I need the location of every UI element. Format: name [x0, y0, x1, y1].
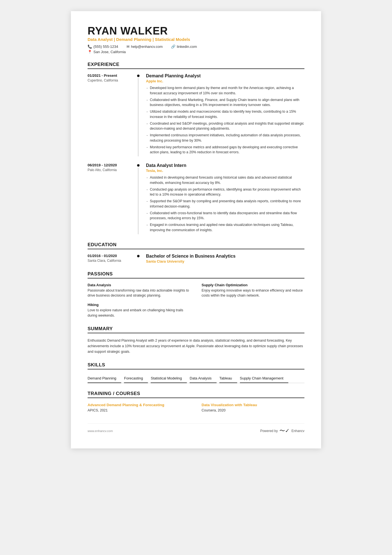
- contact-info: 📞 (555) 555-1234 ✉ help@enhancv.com 🔗 li…: [88, 45, 304, 49]
- edu-dot: [137, 255, 140, 257]
- header: RYAN WALKER Data Analyst | Demand Planni…: [88, 25, 304, 54]
- exp-dot-col-2: [135, 163, 142, 234]
- email-address: help@enhancv.com: [131, 45, 163, 49]
- candidate-title: Data Analyst | Demand Planning | Statist…: [88, 37, 304, 42]
- edu-school: Santa Clara University: [146, 259, 304, 263]
- passions-grid: Data Analysis Passionate about transform…: [88, 283, 304, 318]
- experience-heading: EXPERIENCE: [88, 62, 304, 69]
- education-item-1: 01/2016 - 01/2020 Santa Clara, Californi…: [88, 254, 304, 263]
- edu-date-col: 01/2016 - 01/2020 Santa Clara, Californi…: [88, 254, 135, 263]
- exp-line-1: [138, 78, 138, 156]
- page-footer: www.enhancv.com Powered by 〜✓ Enhancv: [88, 423, 304, 435]
- exp-dates-1: 01/2021 - Present: [88, 73, 132, 78]
- training-title-1: Data Visualization with Tableau: [202, 403, 304, 408]
- exp-date-col-2: 06/2019 - 12/2020 Palo Alto, California: [88, 163, 135, 234]
- education-heading: EDUCATION: [88, 242, 304, 249]
- education-section: EDUCATION 01/2016 - 01/2020 Santa Clara,…: [88, 242, 304, 263]
- passion-title-0: Data Analysis: [88, 283, 190, 287]
- exp-date-col-1: 01/2021 - Present Cupertino, California: [88, 73, 135, 156]
- experience-item-2: 06/2019 - 12/2020 Palo Alto, California …: [88, 163, 304, 234]
- exp-title-2: Data Analyst Intern: [146, 163, 304, 168]
- location-icon: 📍: [88, 50, 92, 54]
- summary-text: Enthusiastic Demand Planning Analyst wit…: [88, 338, 304, 354]
- exp-company-1: Apple Inc.: [146, 79, 304, 83]
- training-heading: TRAINING / COURSES: [88, 391, 304, 398]
- skill-3: Data Analysis: [190, 374, 217, 383]
- passions-section: PASSIONS Data Analysis Passionate about …: [88, 271, 304, 318]
- brand-name: Enhancv: [291, 429, 304, 433]
- exp-bullets-2: Assisted in developing demand forecasts …: [146, 175, 304, 233]
- email-contact: ✉ help@enhancv.com: [126, 45, 163, 49]
- training-sub-1: Coursera, 2020: [202, 408, 304, 412]
- skill-5: Supply Chain Management: [240, 374, 289, 383]
- edu-degree: Bachelor of Science in Business Analytic…: [146, 254, 304, 259]
- bullet-1-1: Collaborated with Brand Marketing, Finan…: [146, 97, 304, 108]
- phone-number: (555) 555-1234: [93, 45, 118, 49]
- bullet-2-2: Supported the S&OP team by compiling and…: [146, 199, 304, 209]
- bullet-1-0: Developed long-term demand plans by them…: [146, 85, 304, 96]
- skills-list: Demand Planning Forecasting Statistical …: [88, 374, 304, 383]
- email-icon: ✉: [126, 45, 130, 49]
- resume-container: RYAN WALKER Data Analyst | Demand Planni…: [71, 11, 321, 448]
- bullet-1-2: Utilized statistical models and macroeco…: [146, 109, 304, 120]
- training-section: TRAINING / COURSES Advanced Demand Plann…: [88, 391, 304, 413]
- passions-heading: PASSIONS: [88, 271, 304, 278]
- exp-content-2: Data Analyst Intern Tesla, Inc. Assisted…: [142, 163, 304, 234]
- exp-bullets-1: Developed long-term demand plans by them…: [146, 85, 304, 155]
- passion-item-0: Data Analysis Passionate about transform…: [88, 283, 190, 299]
- edu-location: Santa Clara, California: [88, 259, 132, 263]
- training-item-1: Data Visualization with Tableau Coursera…: [202, 403, 304, 413]
- phone-icon: 📞: [88, 45, 92, 49]
- exp-dot-col-1: [135, 73, 142, 156]
- enhancv-logo-icon: 〜✓: [279, 427, 290, 435]
- bullet-1-4: Implemented continuous improvement initi…: [146, 133, 304, 143]
- experience-section: EXPERIENCE 01/2021 - Present Cupertino, …: [88, 62, 304, 234]
- edu-content: Bachelor of Science in Business Analytic…: [142, 254, 304, 263]
- exp-content-1: Demand Planning Analyst Apple Inc. Devel…: [142, 73, 304, 156]
- exp-company-2: Tesla, Inc.: [146, 169, 304, 173]
- summary-heading: SUMMARY: [88, 326, 304, 333]
- passion-desc-0: Passionate about transforming raw data i…: [88, 288, 190, 299]
- skills-heading: SKILLS: [88, 362, 304, 369]
- skills-section: SKILLS Demand Planning Forecasting Stati…: [88, 362, 304, 383]
- linkedin-url: linkedin.com: [177, 45, 197, 49]
- powered-by-label: Powered by: [260, 429, 278, 433]
- exp-dot-1: [137, 75, 140, 77]
- training-item-0: Advanced Demand Planning & Forecasting A…: [88, 403, 190, 413]
- bullet-2-0: Assisted in developing demand forecasts …: [146, 175, 304, 186]
- experience-item-1: 01/2021 - Present Cupertino, California …: [88, 73, 304, 156]
- exp-location-2: Palo Alto, California: [88, 168, 132, 172]
- location-text: San Jose, California: [93, 50, 126, 54]
- exp-location-1: Cupertino, California: [88, 78, 132, 82]
- bullet-2-4: Engaged in continuous learning and appli…: [146, 222, 304, 233]
- exp-line-2: [138, 168, 138, 234]
- training-sub-0: APICS, 2021: [88, 408, 190, 412]
- bullet-1-5: Monitored key performance metrics and ad…: [146, 145, 304, 155]
- bullet-2-1: Conducted gap analysis on performance me…: [146, 187, 304, 198]
- edu-dates: 01/2016 - 01/2020: [88, 254, 132, 258]
- phone-contact: 📞 (555) 555-1234: [88, 45, 118, 49]
- skill-4: Tableau: [219, 374, 237, 383]
- candidate-name: RYAN WALKER: [88, 25, 304, 37]
- passion-item-1: Supply Chain Optimization Enjoy explorin…: [202, 283, 304, 299]
- skill-1: Forecasting: [124, 374, 148, 383]
- exp-dates-2: 06/2019 - 12/2020: [88, 163, 132, 167]
- footer-brand: Powered by 〜✓ Enhancv: [260, 427, 304, 435]
- passion-desc-1: Enjoy exploring innovative ways to enhan…: [202, 288, 304, 299]
- bullet-2-3: Collaborated with cross-functional teams…: [146, 211, 304, 221]
- skill-2: Statistical Modeling: [151, 374, 187, 383]
- linkedin-contact: 🔗 linkedin.com: [171, 45, 197, 49]
- exp-title-1: Demand Planning Analyst: [146, 73, 304, 78]
- link-icon: 🔗: [171, 45, 175, 49]
- edu-dot-col: [135, 254, 142, 263]
- passion-desc-2: Love to explore nature and embark on cha…: [88, 308, 190, 318]
- exp-dot-2: [137, 164, 140, 167]
- training-grid: Advanced Demand Planning & Forecasting A…: [88, 403, 304, 413]
- footer-website: www.enhancv.com: [88, 429, 113, 433]
- passion-title-2: Hiking: [88, 303, 190, 307]
- bullet-1-3: Coordinated and led S&OP meetings, provi…: [146, 121, 304, 132]
- passion-item-2: Hiking Love to explore nature and embark…: [88, 303, 190, 318]
- passion-title-1: Supply Chain Optimization: [202, 283, 304, 287]
- training-title-0: Advanced Demand Planning & Forecasting: [88, 403, 190, 408]
- summary-section: SUMMARY Enthusiastic Demand Planning Ana…: [88, 326, 304, 354]
